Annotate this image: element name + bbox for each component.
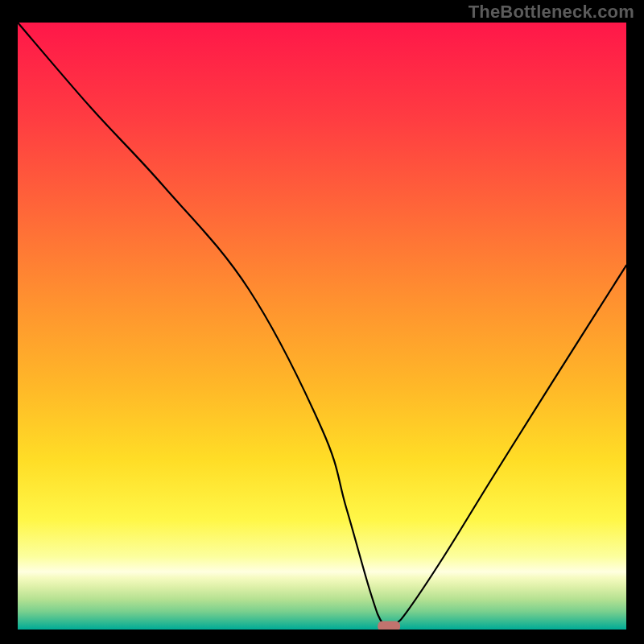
chart-svg — [18, 23, 626, 630]
watermark-text: TheBottleneck.com — [469, 2, 634, 23]
plot-area — [18, 23, 626, 630]
chart-frame: TheBottleneck.com — [0, 0, 644, 644]
gradient-background — [18, 23, 626, 630]
optimum-marker — [378, 621, 400, 630]
